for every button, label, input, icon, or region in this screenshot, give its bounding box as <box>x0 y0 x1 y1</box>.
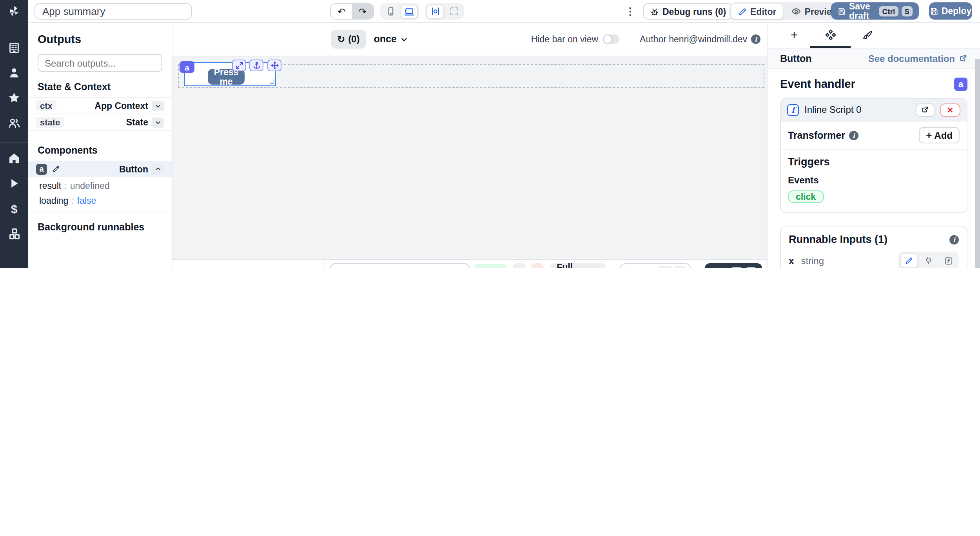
hide-bar-toggle[interactable] <box>603 34 619 44</box>
mobile-view-button[interactable] <box>382 4 399 18</box>
trash-icon <box>533 267 542 268</box>
run-kbd-enter: ↵ <box>746 267 757 268</box>
user-icon[interactable] <box>6 65 22 81</box>
add-transformer-button[interactable]: + Add <box>919 127 960 143</box>
schedule-dropdown[interactable]: once <box>374 34 408 45</box>
runnable-inputs-title: Runnable Inputs (1) <box>789 234 887 245</box>
state-row[interactable]: state State <box>28 114 172 131</box>
see-documentation-link[interactable]: See documentation <box>868 53 967 64</box>
dollar-icon[interactable]: $ <box>6 201 22 216</box>
external-link-icon <box>921 106 929 114</box>
eval-mode-button[interactable] <box>939 253 957 268</box>
loading-key: loading <box>39 196 68 205</box>
run-button[interactable]: Run ⌘ ↵ <box>705 263 762 268</box>
events-label: Events <box>788 175 960 186</box>
refresh-icon: ↻ <box>337 34 345 45</box>
format-button[interactable]: Format ⌘ S <box>620 263 691 268</box>
save-draft-button[interactable]: Save draft Ctrl S <box>831 2 919 20</box>
open-script-button[interactable] <box>916 103 935 116</box>
delete-script-button[interactable] <box>531 263 544 268</box>
outputs-search-input[interactable] <box>38 58 162 69</box>
transformer-label: Transformer <box>788 130 845 141</box>
plug-icon <box>924 256 933 265</box>
tab-insert-component[interactable]: + <box>779 23 810 48</box>
full-editor-button[interactable]: Full Editor <box>550 263 606 268</box>
editor-tab-label: Editor <box>750 7 776 16</box>
state-expand-button[interactable] <box>152 117 164 127</box>
component-type-band: Button See documentation <box>768 49 980 69</box>
center-layout-button[interactable] <box>426 4 444 18</box>
canvas-grid[interactable]: a Press me <box>172 56 767 259</box>
move-component-button[interactable] <box>267 60 281 71</box>
connect-mode-button[interactable] <box>920 253 938 268</box>
redo-button[interactable]: ↷ <box>352 3 373 20</box>
press-me-button[interactable]: Press me <box>208 69 245 85</box>
ai-assist-button[interactable] <box>513 263 526 268</box>
app-summary-input[interactable] <box>34 3 192 20</box>
click-event-badge: click <box>788 190 824 203</box>
function-icon: f <box>787 104 799 116</box>
anchor-icon <box>252 61 261 70</box>
edit-component-icon[interactable] <box>52 165 60 173</box>
state-context-rows: ctx App Context state State <box>28 97 172 131</box>
cubes-icon[interactable] <box>6 226 22 241</box>
debug-runs-button[interactable]: Debug runs (0) <box>643 3 733 20</box>
author-info-icon[interactable]: i <box>751 34 760 44</box>
refresh-runnables-button[interactable]: ↻ (0) <box>331 30 366 49</box>
home-icon[interactable] <box>6 150 22 166</box>
runnable-inputs-card: Runnable Inputs (1) i x string <box>780 226 967 268</box>
star-icon[interactable] <box>6 90 22 106</box>
valid-badge: Valid <box>474 264 506 268</box>
undo-icon: ↶ <box>338 6 345 17</box>
users-icon[interactable] <box>6 115 22 131</box>
remove-script-button[interactable]: ✕ <box>940 103 960 116</box>
more-menu-button[interactable]: ⋮ <box>625 4 636 19</box>
ctx-row[interactable]: ctx App Context <box>28 98 172 114</box>
settings-content: Event handler a f Inline Script 0 ✕ <box>768 69 980 268</box>
function-box-icon <box>944 256 953 265</box>
layout-toggle <box>425 3 464 20</box>
event-handler-row: Event handler a <box>780 77 967 91</box>
undo-button[interactable]: ↶ <box>331 3 352 20</box>
ctx-key: ctx <box>36 100 56 111</box>
deploy-icon <box>930 7 938 15</box>
building-icon[interactable] <box>6 40 22 56</box>
resize-handle[interactable] <box>270 79 274 84</box>
static-mode-button[interactable] <box>900 253 918 268</box>
close-icon: ✕ <box>947 105 954 114</box>
canvas-toolbar: ↻ (0) once Hide bar on view Author henri… <box>172 23 767 56</box>
input-x-row: x string <box>789 252 959 268</box>
undo-redo-group: ↶ ↷ <box>330 3 374 20</box>
transformer-info-icon[interactable]: i <box>849 130 858 140</box>
background-runnables-title: Background runnables <box>38 222 162 233</box>
input-x-type: string <box>801 255 824 266</box>
runnable-inputs-info-icon[interactable]: i <box>949 235 959 244</box>
component-a-row[interactable]: a Button <box>28 161 172 177</box>
tab-styling[interactable] <box>851 23 885 48</box>
ctx-expand-button[interactable] <box>152 101 164 111</box>
windmill-logo-icon[interactable] <box>0 0 28 22</box>
component-id-tag: a <box>180 61 194 73</box>
deploy-button[interactable]: Deploy <box>929 2 972 20</box>
components-title: Components <box>38 145 162 156</box>
script-name-input[interactable] <box>330 263 470 268</box>
deploy-label: Deploy <box>942 6 972 16</box>
debug-runs-label: Debug runs (0) <box>662 7 726 16</box>
expand-diagonal-icon <box>235 61 243 70</box>
desktop-view-button[interactable] <box>401 4 418 18</box>
tab-editor[interactable]: Editor <box>731 4 783 19</box>
play-icon[interactable] <box>6 176 22 191</box>
event-handler-title: Event handler <box>780 78 855 90</box>
tab-component-settings[interactable] <box>810 23 851 48</box>
author-label: Author henri@windmill.dev <box>640 34 747 44</box>
expand-component-button[interactable] <box>232 60 246 71</box>
sidebar-nav: $ <box>0 23 28 268</box>
panel-scrollbar[interactable] <box>975 59 980 268</box>
phone-icon <box>385 6 396 16</box>
fullwidth-layout-button[interactable] <box>445 4 463 18</box>
event-handler-card: f Inline Script 0 ✕ Transformer i + <box>780 98 967 213</box>
anchor-component-button[interactable] <box>249 60 263 71</box>
maximize-icon <box>449 6 459 16</box>
component-collapse-button[interactable] <box>152 164 164 174</box>
chevron-down-icon <box>400 35 408 43</box>
